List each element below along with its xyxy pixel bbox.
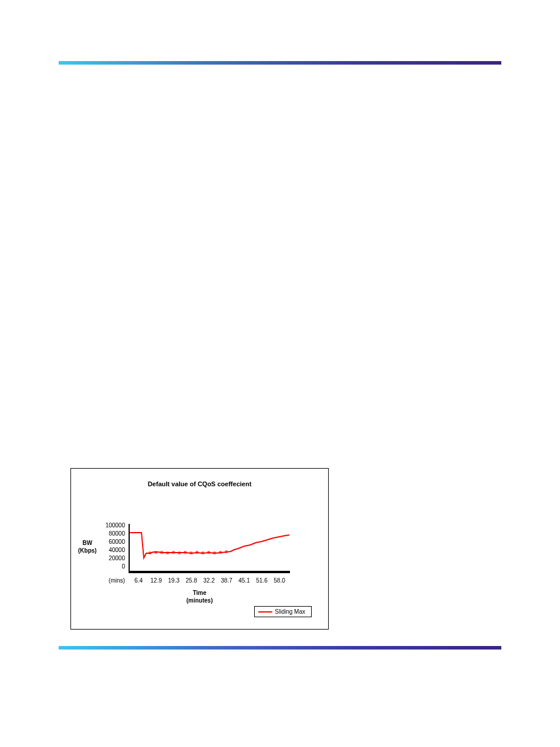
y-axis-label: BW (Kbps) (78, 539, 97, 554)
plot-area (129, 524, 290, 573)
top-gradient-bar (59, 61, 501, 65)
x-axis-label: Time (minutes) (71, 589, 328, 604)
y-tick-labels: 100000 80000 60000 40000 20000 0 (102, 521, 125, 571)
legend-line-icon (258, 611, 272, 613)
sliding-max-line (130, 533, 289, 558)
legend: Sliding Max (254, 606, 312, 617)
x-tick-labels: (mins) 6.4 12.9 19.3 25.8 32.2 38.7 45.1… (106, 577, 300, 584)
chart-title: Default value of CQoS coeffecient (71, 480, 328, 487)
bottom-gradient-bar (59, 646, 501, 650)
chart-container: Default value of CQoS coeffecient BW (Kb… (70, 468, 329, 630)
legend-label: Sliding Max (275, 608, 305, 615)
